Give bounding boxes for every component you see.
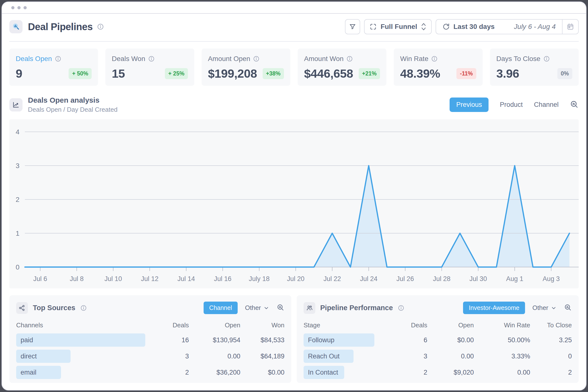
stage-bar[interactable]: In Contact: [304, 366, 344, 379]
chart-section-header: Deals Open analysis Deals Open / Day Dea…: [9, 96, 579, 114]
kpi-card-deals-won[interactable]: Deals Won 15+ 25%: [105, 48, 194, 86]
kpi-delta-badge: +38%: [263, 68, 284, 79]
pipeline-header-row: Stage Deals Open Win Rate To Close: [304, 322, 572, 329]
filter-button[interactable]: [345, 19, 360, 34]
table-row[interactable]: In Contact 2 $9,020 0.00 2: [304, 366, 572, 379]
info-icon[interactable]: [431, 56, 438, 62]
svg-text:Jul 24: Jul 24: [360, 275, 378, 282]
channel-bar[interactable]: paid: [16, 334, 145, 347]
zoom-chart-icon[interactable]: [570, 100, 579, 110]
product-button[interactable]: Product: [500, 101, 522, 108]
col-deals: Deals: [398, 322, 427, 329]
svg-text:Jul 28: Jul 28: [433, 275, 450, 282]
cell-to-close: 3.25: [530, 336, 572, 344]
info-icon[interactable]: [346, 56, 353, 62]
svg-text:Jul 10: Jul 10: [104, 275, 122, 282]
share-nodes-icon: [16, 302, 28, 314]
cell-win-rate: 50.00%: [474, 336, 530, 344]
date-range-value: July 6 - Aug 4: [514, 23, 556, 30]
svg-text:Jul 12: Jul 12: [141, 275, 158, 282]
info-icon[interactable]: [97, 23, 104, 30]
info-icon[interactable]: [80, 305, 87, 311]
pipeline-filter-button[interactable]: Investor-Awesome: [463, 302, 525, 314]
kpi-delta-badge: +21%: [359, 68, 380, 79]
channel-bar[interactable]: direct: [16, 350, 70, 363]
cell-to-close: 0: [530, 352, 572, 360]
info-icon[interactable]: [544, 56, 550, 62]
kpi-label: Deals Open: [16, 55, 52, 63]
kpi-value: 48.39%: [400, 67, 440, 80]
col-stage: Stage: [304, 322, 398, 329]
info-icon[interactable]: [55, 56, 61, 62]
svg-text:Jul 6: Jul 6: [33, 275, 47, 282]
funnel-icon: [349, 23, 356, 30]
previous-button[interactable]: Previous: [450, 98, 488, 112]
other-label: Other: [245, 304, 261, 312]
svg-text:Aug 1: Aug 1: [506, 275, 523, 282]
chevron-up-down-icon: [421, 22, 426, 31]
window-dot[interactable]: [18, 6, 20, 9]
channel-bar[interactable]: email: [16, 366, 61, 379]
info-icon[interactable]: [398, 305, 404, 311]
window-dot[interactable]: [24, 6, 27, 9]
zoom-table-icon[interactable]: [564, 304, 572, 312]
window-dot[interactable]: [11, 6, 14, 9]
other-dropdown[interactable]: Other: [532, 304, 557, 312]
cell-open: $130,954: [189, 336, 240, 344]
kpi-card-win-rate[interactable]: Win Rate 48.39%-11%: [394, 48, 482, 86]
info-icon[interactable]: [253, 56, 260, 62]
line-chart-icon: [9, 98, 22, 112]
top-sources-panel: Top Sources Channel Other Channels: [9, 295, 291, 383]
cell-to-close: 2: [530, 369, 572, 376]
svg-text:2: 2: [16, 196, 19, 203]
kpi-card-days-to-close[interactable]: Days To Close 3.960%: [490, 48, 579, 86]
cell-open: $9,020: [427, 369, 474, 376]
kpi-card-amount-open[interactable]: Amount Open $199,208+38%: [202, 48, 290, 86]
col-open: Open: [427, 322, 474, 329]
kpi-card-amount-won[interactable]: Amount Won $446,658+21%: [298, 48, 386, 86]
kpi-value: $199,208: [208, 67, 257, 80]
info-icon[interactable]: [148, 56, 154, 62]
channel-button[interactable]: Channel: [534, 101, 558, 108]
table-row[interactable]: paid 16 $130,954 $84,533: [16, 334, 284, 347]
col-open: Open: [189, 322, 240, 329]
svg-text:0: 0: [16, 264, 19, 271]
deals-open-chart: 01234Jul 6Jul 8Jul 10Jul 12Jul 14Jul 16J…: [9, 119, 579, 288]
kpi-label: Days To Close: [496, 55, 540, 63]
stage-bar[interactable]: Reach Out: [304, 350, 354, 363]
stage-bar[interactable]: Followup: [304, 334, 374, 347]
svg-text:Jul 20: Jul 20: [287, 275, 304, 282]
kpi-value: 15: [112, 67, 125, 80]
deals-open-chart-panel[interactable]: 01234Jul 6Jul 8Jul 10Jul 12Jul 14Jul 16J…: [9, 119, 579, 288]
kpi-card-deals-open[interactable]: Deals Open 9+ 50%: [9, 48, 98, 86]
channel-filter-button[interactable]: Channel: [204, 302, 238, 314]
zoom-table-icon[interactable]: [276, 304, 284, 312]
kpi-delta-badge: + 25%: [165, 68, 188, 79]
funnel-select[interactable]: Full Funnel: [364, 19, 432, 34]
cell-deals: 16: [152, 336, 189, 344]
cell-deals: 3: [152, 352, 189, 360]
page-title: Deal Pipelines: [28, 21, 92, 32]
col-won: Won: [240, 322, 284, 329]
svg-text:Jul 30: Jul 30: [470, 275, 487, 282]
kpi-label: Amount Won: [304, 55, 344, 63]
svg-text:Jul 16: Jul 16: [214, 275, 232, 282]
kpi-value: 9: [16, 67, 22, 80]
chart-subtitle: Deals Open / Day Deal Created: [28, 106, 118, 114]
date-range-label: Last 30 days: [454, 23, 495, 30]
kpi-value: 3.96: [496, 67, 519, 80]
table-row[interactable]: Reach Out 3 0.00 3.33% 0: [304, 350, 572, 363]
users-icon: [304, 302, 315, 314]
other-label: Other: [532, 304, 548, 312]
date-range-control[interactable]: Last 30 days July 6 - Aug 4: [436, 19, 579, 34]
table-row[interactable]: email 2 $36,200 $0.00: [16, 366, 284, 379]
col-channels: Channels: [16, 322, 152, 329]
calendar-button[interactable]: [562, 20, 578, 34]
other-dropdown[interactable]: Other: [245, 304, 269, 312]
cell-open: $36,200: [189, 369, 240, 376]
cell-win-rate: 3.33%: [474, 352, 530, 360]
cell-deals: 2: [398, 369, 427, 376]
table-row[interactable]: Followup 6 $0.00 50.00% 3.25: [304, 334, 572, 347]
table-row[interactable]: direct 3 0.00 $64,189: [16, 350, 284, 363]
kpi-label: Win Rate: [400, 55, 428, 63]
